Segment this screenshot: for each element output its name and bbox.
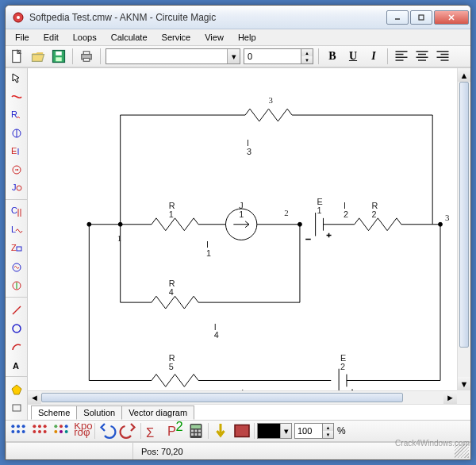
window-title: Softpedia Test.cmw - AKNM - Circuite Mag… [29,12,386,23]
spin-up-icon[interactable]: ▲ [323,424,333,431]
scroll-thumb-h[interactable] [41,393,403,402]
color-square-icon[interactable] [232,422,251,440]
spin-down-icon[interactable]: ▼ [301,56,313,63]
schematic-canvas[interactable]: _+ _+ 3 I3 R1 J1 2 E1 I2 R2 3 1 [28,68,470,404]
font-size-spinner[interactable]: ▲▼ [244,48,313,64]
palette-acsource2-icon[interactable] [7,277,26,294]
menu-help[interactable]: Help [232,31,263,44]
palette-rect-icon[interactable] [7,399,26,417]
palette-jsource-icon[interactable]: J [7,179,26,197]
scroll-up-icon[interactable]: ▲ [458,68,470,82]
underline-button[interactable]: U [344,48,362,65]
undo-icon[interactable] [98,422,117,440]
tab-vector-diagram[interactable]: Vector diagram [121,405,194,420]
menu-view[interactable]: View [198,31,230,44]
scroll-corner [457,390,470,404]
save-button[interactable] [50,48,67,65]
main-toolbar: ▾ ▲▼ B U I [6,45,470,67]
minimize-button[interactable] [386,10,409,25]
svg-rect-70 [198,430,201,432]
palette-vsource-icon[interactable] [7,125,26,142]
palette-circle-icon[interactable] [7,320,26,337]
menu-edit[interactable]: Edit [37,31,65,44]
palette-emf-icon[interactable]: E [7,143,26,160]
status-pos: Pos: 70,20 [132,443,251,459]
palette-line-icon[interactable] [7,302,26,319]
redo-icon[interactable] [119,422,138,440]
menu-loops[interactable]: Loops [67,31,103,44]
svg-text:P: P [167,424,176,438]
svg-rect-71 [191,433,194,436]
nodes-red-icon[interactable] [30,422,49,440]
svg-point-54 [44,430,47,433]
svg-rect-69 [195,430,198,432]
palette-resistor-icon[interactable]: R [7,106,26,124]
align-center-button[interactable] [413,48,431,65]
svg-point-45 [22,425,25,428]
scroll-down-icon[interactable]: ▼ [458,377,470,390]
zoom-control[interactable]: ▲▼ % [294,423,346,439]
palette-inductor-icon[interactable]: L [7,222,26,240]
spin-up-icon[interactable]: ▲ [301,49,313,56]
svg-point-56 [60,425,63,428]
svg-point-51 [44,425,47,428]
tool-palette: R E J C L Z A [6,68,28,420]
palette-arc-icon[interactable] [7,338,26,355]
svg-point-47 [17,430,20,433]
canvas-tabs: Scheme Solution Vector diagram [28,404,470,420]
palette-polygon-icon[interactable] [7,381,26,398]
nodes-multi-icon[interactable] [52,422,71,440]
tab-scheme[interactable]: Scheme [31,405,77,420]
font-size-input[interactable] [244,48,301,64]
align-right-button[interactable] [434,48,451,65]
calculator-icon[interactable] [186,422,205,440]
power-icon[interactable]: P2 [165,422,184,440]
svg-point-58 [54,430,57,433]
menu-calculate[interactable]: Calculate [105,31,154,44]
italic-button[interactable]: I [365,48,382,65]
menu-service[interactable]: Service [155,31,198,44]
zoom-input[interactable] [294,423,323,439]
bold-button[interactable]: B [324,48,341,65]
scroll-left-icon[interactable]: ◄ [28,391,41,404]
lbl-J1: J1 [239,201,244,219]
palette-impedance-icon[interactable]: Z [7,240,26,258]
menu-file[interactable]: File [9,31,36,44]
zoom-unit: % [337,425,346,436]
print-button[interactable] [78,48,95,65]
tab-solution[interactable]: Solution [76,405,122,420]
svg-point-50 [38,425,41,428]
new-button[interactable] [9,48,26,65]
svg-line-25 [13,306,21,314]
resize-grip-icon[interactable] [455,444,469,458]
sigma-icon[interactable]: Σ [144,422,163,440]
palette-pointer-icon[interactable] [7,70,26,87]
svg-rect-6 [56,52,62,56]
svg-text:+: + [326,230,331,240]
palette-text-icon[interactable]: A [7,356,26,374]
svg-rect-9 [83,52,90,55]
scroll-right-icon[interactable]: ► [443,391,457,404]
palette-capacitor-icon[interactable]: C [7,204,26,221]
align-left-button[interactable] [393,48,410,65]
maximize-button[interactable] [410,10,432,25]
svg-rect-7 [56,57,62,61]
palette-acsource-icon[interactable] [7,259,26,276]
vertical-scrollbar[interactable]: ▲ ▼ [457,68,470,390]
horizontal-scrollbar[interactable]: ◄ ► [28,390,457,404]
spin-down-icon[interactable]: ▼ [323,431,333,438]
nodes-blue-icon[interactable] [9,422,28,440]
lbl-node1: 1 [117,233,121,243]
open-button[interactable] [29,48,47,65]
palette-wire-icon[interactable] [7,88,26,106]
svg-rect-74 [235,425,249,437]
palette-isource-icon[interactable] [7,161,26,179]
arrow-down-yellow-icon[interactable] [211,422,230,440]
close-button[interactable] [434,10,469,25]
color-picker[interactable]: ▾ [257,423,292,439]
scroll-thumb-v[interactable] [459,82,469,348]
schematic-drawing: _+ _+ 3 I3 R1 J1 2 E1 I2 R2 3 1 [28,68,470,404]
svg-point-26 [13,325,21,332]
kpox-icon[interactable]: Kpoxroφ [73,422,92,440]
font-name-combo[interactable]: ▾ [106,48,240,64]
